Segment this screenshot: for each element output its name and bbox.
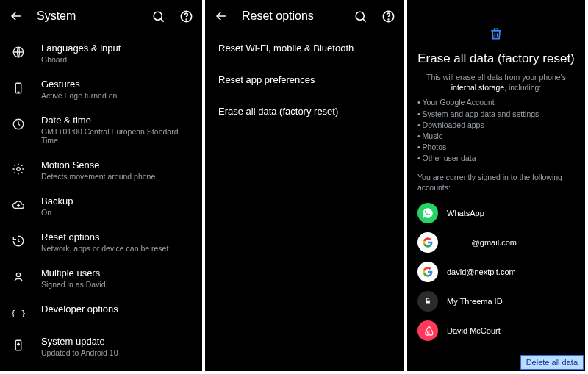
account-label: David McCourt bbox=[447, 326, 501, 335]
whatsapp-avatar-icon bbox=[417, 203, 438, 223]
account-row[interactable]: @gmail.com bbox=[417, 228, 575, 257]
help-icon[interactable] bbox=[379, 7, 397, 25]
settings-row-sub: Gboard bbox=[41, 55, 121, 64]
reset-option-item[interactable]: Reset app preferences bbox=[205, 64, 404, 96]
airbnb-avatar-icon bbox=[417, 320, 438, 341]
settings-row[interactable]: Motion Sense Detects movement around pho… bbox=[0, 152, 202, 188]
account-row[interactable]: David McCourt bbox=[417, 316, 575, 345]
back-arrow-icon[interactable] bbox=[7, 7, 25, 25]
svg-point-0 bbox=[154, 12, 162, 20]
factory-reset-panel: Erase all data (factory reset) This will… bbox=[407, 0, 585, 371]
threema-avatar-icon bbox=[417, 291, 438, 312]
erase-bullet: • System and app data and settings bbox=[417, 109, 575, 120]
settings-row-label: Gestures bbox=[41, 79, 117, 90]
settings-row-sub: GMT+01:00 Central European Standard Time bbox=[41, 127, 190, 145]
titlebar: Reset options bbox=[205, 0, 404, 32]
settings-row[interactable]: Languages & input Gboard bbox=[0, 35, 202, 71]
page-title: Reset options bbox=[242, 10, 351, 23]
account-row[interactable]: WhatsApp bbox=[417, 198, 575, 228]
settings-row[interactable]: Reset options Network, apps or device ca… bbox=[0, 224, 202, 260]
phone-icon bbox=[10, 80, 26, 96]
signed-in-heading: You are currently signed in to the follo… bbox=[417, 172, 575, 193]
google-avatar-icon bbox=[417, 262, 438, 282]
account-label: @gmail.com bbox=[447, 238, 517, 247]
settings-row-label: Date & time bbox=[41, 115, 190, 126]
cloud-up-icon bbox=[10, 197, 26, 213]
settings-row-sub: On bbox=[41, 208, 73, 217]
settings-row[interactable]: Backup On bbox=[0, 188, 202, 224]
account-row[interactable]: david@nextpit.com bbox=[417, 257, 575, 287]
delete-all-data-button[interactable]: Delete all data bbox=[520, 355, 584, 370]
svg-point-15 bbox=[388, 19, 389, 20]
braces-icon: { } bbox=[10, 305, 26, 321]
reset-options-list: Reset Wi-Fi, mobile & BluetoothReset app… bbox=[205, 32, 404, 127]
globe-icon bbox=[10, 44, 26, 60]
settings-row-label: Motion Sense bbox=[41, 159, 155, 170]
settings-row[interactable]: { } Developer options bbox=[0, 296, 202, 328]
person-icon bbox=[10, 269, 26, 285]
svg-point-9 bbox=[16, 273, 20, 276]
titlebar: System bbox=[0, 0, 202, 32]
clock-icon bbox=[10, 116, 26, 132]
page-title: System bbox=[37, 10, 149, 23]
svg-point-12 bbox=[356, 12, 364, 20]
help-icon[interactable] bbox=[177, 7, 195, 25]
search-icon[interactable] bbox=[351, 7, 369, 25]
account-list: WhatsApp @gmail.com david@nextpit.com My… bbox=[417, 198, 575, 345]
reset-option-item[interactable]: Reset Wi-Fi, mobile & Bluetooth bbox=[205, 32, 404, 64]
svg-line-1 bbox=[160, 18, 163, 21]
account-label: My Threema ID bbox=[447, 297, 503, 306]
settings-row[interactable]: Date & time GMT+01:00 Central European S… bbox=[0, 107, 202, 152]
svg-rect-16 bbox=[426, 301, 430, 304]
settings-row-label: Languages & input bbox=[41, 43, 121, 54]
trash-icon bbox=[417, 26, 575, 41]
erase-bullet: • Other user data bbox=[417, 153, 575, 164]
settings-row-label: Multiple users bbox=[41, 267, 106, 278]
account-label: WhatsApp bbox=[447, 209, 484, 217]
settings-row[interactable]: Gestures Active Edge turned on bbox=[0, 71, 202, 107]
svg-point-17 bbox=[427, 331, 429, 333]
svg-point-8 bbox=[17, 168, 21, 171]
settings-row-label: System update bbox=[41, 336, 118, 347]
svg-text:{ }: { } bbox=[12, 309, 25, 318]
erase-description: This will erase all data from your phone… bbox=[417, 72, 575, 93]
settings-list: Languages & input Gboard Gestures Active… bbox=[0, 32, 202, 367]
settings-row-sub: Detects movement around phone bbox=[41, 172, 155, 181]
svg-point-3 bbox=[186, 19, 187, 20]
settings-row-label: Backup bbox=[41, 195, 73, 206]
google-avatar-icon bbox=[417, 232, 438, 253]
settings-row[interactable]: Multiple users Signed in as David bbox=[0, 260, 202, 296]
search-icon[interactable] bbox=[149, 7, 167, 25]
settings-row[interactable]: System update Updated to Android 10 bbox=[0, 328, 202, 364]
account-row[interactable]: My Threema ID bbox=[417, 287, 575, 316]
reset-option-item[interactable]: Erase all data (factory reset) bbox=[205, 96, 404, 127]
back-arrow-icon[interactable] bbox=[212, 7, 230, 25]
account-label: david@nextpit.com bbox=[447, 267, 516, 276]
erase-bullet: • Your Google Account bbox=[417, 97, 575, 108]
settings-row-sub: Active Edge turned on bbox=[41, 91, 117, 100]
settings-row-sub: Network, apps or device can be reset bbox=[41, 244, 168, 253]
settings-row-label: Reset options bbox=[41, 231, 168, 242]
system-settings-panel: System Languages & input Gboard Gestures… bbox=[0, 0, 202, 371]
settings-row-sub: Updated to Android 10 bbox=[41, 348, 118, 357]
reset-options-panel: Reset options Reset Wi-Fi, mobile & Blue… bbox=[205, 0, 404, 371]
page-title: Erase all data (factory reset) bbox=[417, 51, 575, 66]
restore-icon bbox=[10, 233, 26, 249]
update-icon bbox=[10, 337, 26, 353]
erase-bullet-list: • Your Google Account• System and app da… bbox=[417, 97, 575, 164]
erase-bullet: • Downloaded apps bbox=[417, 120, 575, 131]
gear-icon bbox=[10, 161, 26, 177]
settings-row-label: Developer options bbox=[41, 303, 118, 314]
settings-row-sub: Signed in as David bbox=[41, 280, 106, 289]
erase-bullet: • Photos bbox=[417, 142, 575, 153]
erase-bullet: • Music bbox=[417, 131, 575, 142]
svg-line-13 bbox=[362, 18, 365, 21]
